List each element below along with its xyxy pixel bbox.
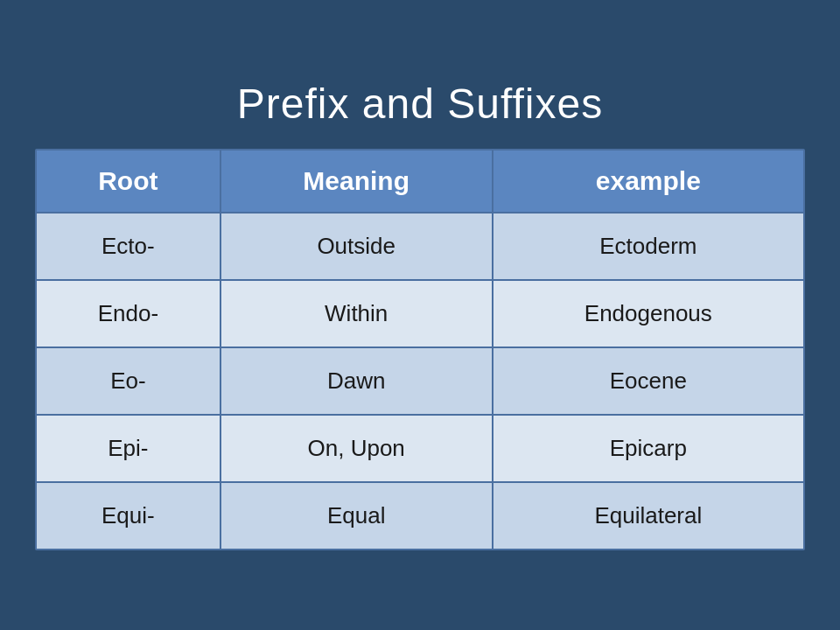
page-title: Prefix and Suffixes (237, 80, 603, 128)
cell-root: Endo- (37, 280, 220, 347)
main-table-container: Root Meaning example Ecto-OutsideEctoder… (35, 149, 805, 550)
cell-example: Equilateral (493, 482, 803, 549)
cell-meaning: Outside (220, 213, 493, 280)
header-meaning: Meaning (220, 150, 493, 213)
cell-root: Eo- (37, 347, 220, 415)
cell-meaning: On, Upon (220, 415, 493, 482)
prefix-table: Root Meaning example Ecto-OutsideEctoder… (37, 150, 803, 549)
cell-root: Equi- (37, 482, 220, 549)
cell-example: Ectoderm (493, 213, 803, 280)
cell-root: Epi- (37, 415, 220, 482)
cell-example: Epicarp (493, 415, 803, 482)
header-example: example (493, 150, 803, 213)
table-row: Ecto-OutsideEctoderm (37, 213, 803, 280)
cell-meaning: Dawn (220, 347, 493, 415)
table-header-row: Root Meaning example (37, 150, 803, 213)
cell-meaning: Equal (220, 482, 493, 549)
cell-root: Ecto- (37, 213, 220, 280)
cell-example: Endogenous (493, 280, 803, 347)
table-row: Endo-WithinEndogenous (37, 280, 803, 347)
cell-example: Eocene (493, 347, 803, 415)
table-row: Epi-On, UponEpicarp (37, 415, 803, 482)
table-row: Equi-EqualEquilateral (37, 482, 803, 549)
header-root: Root (37, 150, 220, 213)
cell-meaning: Within (220, 280, 493, 347)
table-row: Eo-DawnEocene (37, 347, 803, 415)
